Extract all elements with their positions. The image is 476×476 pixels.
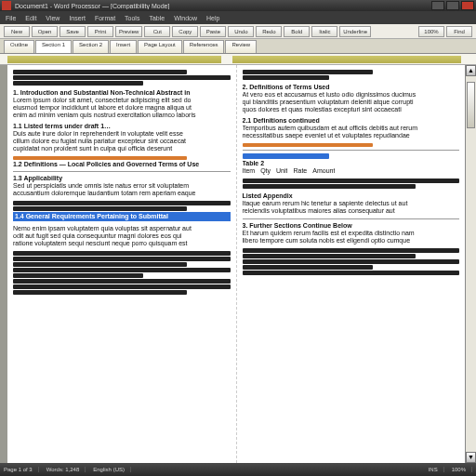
vertical-ruler[interactable] [0, 65, 7, 463]
para: Itaque earum rerum hic tenetur a sapient… [243, 200, 460, 207]
underline-button[interactable]: Underline [339, 26, 371, 37]
tab-section-1[interactable]: Section 1 [35, 40, 72, 53]
close-button[interactable] [461, 1, 474, 10]
ruler-margin-right[interactable] [232, 56, 461, 63]
tab-outline[interactable]: Outline [4, 40, 34, 53]
para: cillum dolore eu fugiat nulla pariatur e… [13, 138, 231, 145]
menu-edit[interactable]: Edit [25, 15, 36, 21]
status-zoom[interactable]: 100% [452, 467, 472, 472]
tab-insert[interactable]: Insert [110, 40, 137, 53]
scroll-track[interactable] [466, 76, 476, 452]
tab-review[interactable]: Review [225, 40, 257, 53]
menu-view[interactable]: View [46, 15, 60, 21]
app-icon [2, 1, 11, 10]
selected-heading[interactable]: 1.4 General Requirements Pertaining to S… [13, 212, 231, 221]
highlight-blue [243, 153, 329, 159]
copy-button[interactable]: Copy [172, 26, 198, 37]
minimize-button[interactable] [431, 1, 444, 10]
menu-file[interactable]: File [6, 15, 16, 21]
menu-insert[interactable]: Insert [69, 15, 86, 21]
highlight-orange [243, 143, 373, 147]
document-page[interactable]: 1. Introduction and Substantial Non-Tech… [7, 65, 465, 463]
document-workspace: 1. Introduction and Substantial Non-Tech… [0, 65, 476, 463]
find-button[interactable]: Find [446, 26, 472, 37]
tab-page-layout[interactable]: Page Layout [138, 40, 182, 53]
vertical-scrollbar[interactable]: ▲ ▼ [465, 65, 476, 463]
preview-button[interactable]: Preview [115, 26, 142, 37]
scroll-thumb[interactable] [467, 82, 475, 128]
heading-appendix: Listed Appendix [243, 192, 460, 200]
paste-button[interactable]: Paste [200, 26, 226, 37]
maximize-button[interactable] [446, 1, 459, 10]
para: Temporibus autem quibusdam et aut offici… [243, 125, 460, 132]
para: enim ad minim veniam quis nostrud exerci… [13, 112, 231, 119]
heading-3: 3. Further Sections Continue Below [243, 222, 460, 230]
window-titlebar: Document1 - Word Processor — [Compatibil… [0, 0, 476, 11]
para: Duis aute irure dolor in reprehenderit i… [13, 130, 231, 138]
horizontal-ruler[interactable] [0, 54, 476, 65]
menu-tools[interactable]: Tools [125, 15, 139, 21]
menu-format[interactable]: Format [95, 15, 115, 21]
para: libero tempore cum soluta nobis est elig… [243, 237, 460, 245]
heading-1: 1. Introduction and Substantial Non-Tech… [13, 89, 231, 97]
th: Rate [293, 167, 307, 175]
para: cupidatat non proident sunt in culpa qui… [13, 145, 231, 152]
th: Unit [276, 167, 287, 175]
para: odit aut fugit sed quia consequuntur mag… [13, 232, 231, 240]
cut-button[interactable]: Cut [144, 26, 170, 37]
para: Sed ut perspiciatis unde omnis iste natu… [13, 182, 231, 190]
ruler-margin-left[interactable] [7, 56, 221, 63]
status-bar: Page 1 of 3 Words: 1,248 English (US) IN… [0, 463, 476, 476]
heading-1-3: 1.3 Applicability [13, 175, 231, 182]
th: Amount [312, 167, 335, 175]
zoom-combo[interactable]: 100% [418, 26, 444, 37]
para: quos dolores et quas molestias excepturi… [243, 106, 460, 113]
para: Lorem ipsum dolor sit amet, consectetur … [13, 97, 231, 104]
scroll-up-button[interactable]: ▲ [466, 65, 476, 76]
tab-strip: Outline Section 1 Section 2 Insert Page … [0, 39, 476, 54]
table-caption: Table 2 [243, 160, 460, 167]
status-words[interactable]: Words: 1,248 [46, 467, 86, 472]
main-toolbar: New Open Save Print Preview Cut Copy Pas… [0, 24, 476, 39]
redo-button[interactable]: Redo [256, 26, 282, 37]
tab-references[interactable]: References [183, 40, 225, 53]
para: eiusmod tempor incididunt ut labore et d… [13, 104, 231, 112]
column-left: 1. Introduction and Substantial Non-Tech… [7, 65, 236, 463]
status-language[interactable]: English (US) [93, 467, 131, 472]
para: Nemo enim ipsam voluptatem quia voluptas… [13, 225, 231, 232]
menu-table[interactable]: Table [149, 15, 165, 21]
status-page[interactable]: Page 1 of 3 [4, 467, 39, 472]
para: ratione voluptatem sequi nesciunt neque … [13, 240, 231, 247]
column-right: 2. Definitions of Terms Used At vero eos… [236, 65, 466, 463]
para: qui blanditiis praesentium voluptatum de… [243, 99, 460, 106]
heading-1-2: 1.2 Definitions — Local Policies and Gov… [13, 161, 231, 168]
para: Et harum quidem rerum facilis est et exp… [243, 230, 460, 237]
print-button[interactable]: Print [87, 26, 113, 37]
menu-window[interactable]: Window [174, 15, 197, 21]
undo-button[interactable]: Undo [228, 26, 254, 37]
status-insert-mode[interactable]: INS [429, 467, 444, 472]
heading-1-1: 1.1 Listed terms under draft 1… [13, 123, 231, 130]
menu-bar: File Edit View Insert Format Tools Table… [0, 11, 476, 24]
menu-help[interactable]: Help [206, 15, 219, 21]
italic-button[interactable]: Italic [311, 26, 337, 37]
para: necessitatibus saepe eveniet ut et volup… [243, 132, 460, 139]
tab-section-2[interactable]: Section 2 [73, 40, 109, 53]
para: reiciendis voluptatibus maiores alias co… [243, 207, 460, 215]
para: accusantium doloremque laudantium totam … [13, 190, 231, 197]
bold-button[interactable]: Bold [284, 26, 310, 37]
para: At vero eos et accusamus et iusto odio d… [243, 91, 460, 99]
window-title: Document1 - Word Processor — [Compatibil… [15, 3, 431, 9]
th: Item [243, 167, 256, 175]
save-button[interactable]: Save [60, 26, 86, 37]
scroll-down-button[interactable]: ▼ [466, 452, 476, 463]
heading-2-1: 2.1 Definitions continued [243, 117, 460, 125]
new-button[interactable]: New [4, 26, 30, 37]
highlight-orange [13, 156, 187, 160]
open-button[interactable]: Open [32, 26, 58, 37]
th: Qty [260, 167, 271, 175]
heading-2: 2. Definitions of Terms Used [243, 84, 460, 91]
